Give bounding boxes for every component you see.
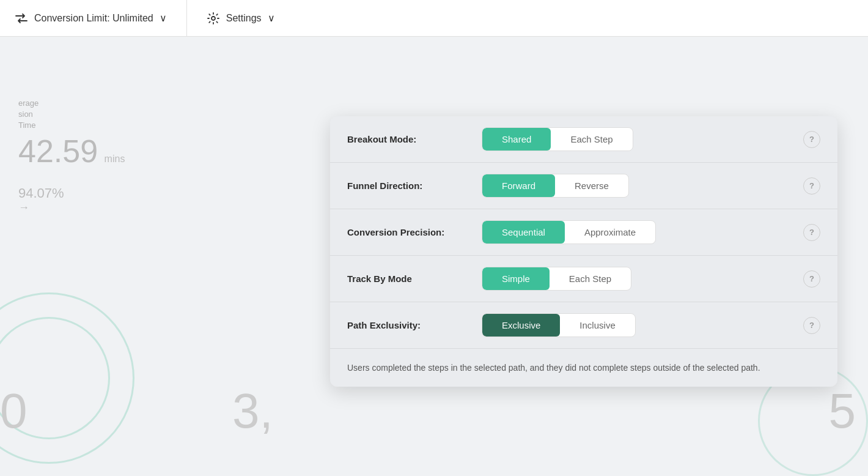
- toggle-btn-breakout-mode-each-step[interactable]: Each Step: [551, 128, 632, 151]
- stats-panel: erage sion Time 42.59 mins 94.07% →: [0, 73, 196, 226]
- settings-row-breakout-mode: Breakout Mode:SharedEach Step?: [330, 116, 837, 163]
- toggle-btn-funnel-direction-reverse[interactable]: Reverse: [555, 174, 628, 197]
- settings-label-track-by-mode: Track By Mode: [347, 273, 482, 284]
- help-btn-breakout-mode[interactable]: ?: [803, 131, 820, 148]
- stat-label: erage sion Time: [18, 98, 183, 132]
- settings-panel: Breakout Mode:SharedEach Step?Funnel Dir…: [330, 116, 837, 387]
- conversion-limit-button[interactable]: Conversion Limit: Unlimited ∨: [15, 0, 187, 36]
- toggle-group-track-by-mode: SimpleEach Step: [482, 267, 631, 291]
- toggle-group-conversion-precision: SequentialApproximate: [482, 220, 656, 244]
- toggle-btn-breakout-mode-shared[interactable]: Shared: [482, 128, 551, 151]
- arrows-icon: [15, 12, 28, 25]
- gear-icon: [207, 12, 220, 25]
- toolbar: Conversion Limit: Unlimited ∨ Settings ∨: [0, 0, 868, 37]
- settings-row-conversion-precision: Conversion Precision:SequentialApproxima…: [330, 209, 837, 256]
- settings-label-conversion-precision: Conversion Precision:: [347, 227, 482, 237]
- toggle-btn-track-by-mode-each-step[interactable]: Each Step: [550, 267, 631, 290]
- svg-point-0: [211, 17, 215, 20]
- settings-row-track-by-mode: Track By ModeSimpleEach Step?: [330, 256, 837, 302]
- conversion-limit-label: Conversion Limit: Unlimited: [34, 13, 153, 24]
- toggle-btn-track-by-mode-simple[interactable]: Simple: [482, 267, 550, 290]
- settings-button[interactable]: Settings ∨: [187, 0, 275, 36]
- bg-number-1: 0: [0, 383, 28, 439]
- help-btn-conversion-precision[interactable]: ?: [803, 224, 820, 241]
- settings-label-path-exclusivity: Path Exclusivity:: [347, 320, 482, 330]
- settings-row-path-exclusivity: Path Exclusivity:ExclusiveInclusive?: [330, 302, 837, 349]
- toggle-btn-conversion-precision-sequential[interactable]: Sequential: [482, 221, 565, 244]
- stat-unit: mins: [105, 154, 125, 164]
- settings-label-funnel-direction: Funnel Direction:: [347, 180, 482, 191]
- toggle-btn-conversion-precision-approximate[interactable]: Approximate: [565, 221, 655, 244]
- help-btn-path-exclusivity[interactable]: ?: [803, 317, 820, 334]
- settings-label-breakout-mode: Breakout Mode:: [347, 134, 482, 144]
- toggle-group-breakout-mode: SharedEach Step: [482, 127, 633, 151]
- settings-row-funnel-direction: Funnel Direction:ForwardReverse?: [330, 163, 837, 209]
- stat-percent: 94.07%: [18, 185, 183, 201]
- settings-label: Settings: [226, 13, 262, 24]
- toggle-btn-funnel-direction-forward[interactable]: Forward: [482, 174, 555, 197]
- bg-number-2: 3,: [232, 383, 273, 439]
- content-area: erage sion Time 42.59 mins 94.07% → 0 3,…: [0, 37, 868, 476]
- toggle-btn-path-exclusivity-inclusive[interactable]: Inclusive: [560, 314, 634, 337]
- help-btn-track-by-mode[interactable]: ?: [803, 270, 820, 288]
- stat-arrow: →: [18, 201, 183, 214]
- toggle-group-path-exclusivity: ExclusiveInclusive: [482, 313, 636, 337]
- help-btn-funnel-direction[interactable]: ?: [803, 177, 820, 195]
- stat-value: 42.59: [18, 133, 98, 169]
- settings-description: Users completed the steps in the selecte…: [330, 349, 837, 387]
- settings-chevron: ∨: [268, 12, 275, 24]
- conversion-limit-chevron: ∨: [160, 12, 167, 24]
- bg-number-3: 5: [829, 383, 856, 439]
- toggle-btn-path-exclusivity-exclusive[interactable]: Exclusive: [482, 314, 560, 337]
- toggle-group-funnel-direction: ForwardReverse: [482, 174, 629, 198]
